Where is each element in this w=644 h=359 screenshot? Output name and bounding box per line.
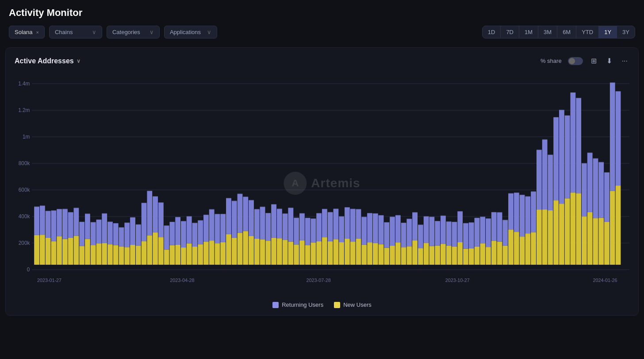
time-range-selector: 1D 7D 1M 3M 6M YTD 1Y 3Y: [482, 26, 635, 39]
chart-title-text: Active Addresses: [15, 57, 74, 65]
chains-dropdown[interactable]: Chains ∨: [49, 26, 102, 39]
chain-tag-label: Solana: [15, 29, 32, 35]
chart-area: 1.4m 1.2m 1m 800k 600k 400k 200k 0 2023-…: [15, 70, 629, 296]
svg-text:2023-01-27: 2023-01-27: [37, 278, 61, 283]
legend-returning-users: Returning Users: [272, 301, 323, 308]
new-users-color: [334, 302, 340, 308]
chart-title-chevron: ∨: [77, 58, 80, 64]
time-btn-1m[interactable]: 1M: [519, 26, 538, 38]
grid-view-icon[interactable]: ⊞: [589, 56, 598, 66]
categories-dropdown[interactable]: Categories ∨: [107, 26, 160, 39]
svg-text:2023-07-28: 2023-07-28: [307, 278, 331, 283]
remove-chain-tag[interactable]: ×: [36, 30, 38, 35]
time-btn-ytd[interactable]: YTD: [576, 26, 599, 38]
categories-label: Categories: [112, 29, 140, 35]
time-btn-3y[interactable]: 3Y: [617, 26, 635, 38]
chains-label: Chains: [55, 29, 73, 35]
time-btn-3m[interactable]: 3M: [538, 26, 557, 38]
returning-users-label: Returning Users: [282, 301, 323, 308]
download-icon[interactable]: ⬇: [605, 56, 614, 66]
svg-text:2023-10-27: 2023-10-27: [445, 278, 470, 283]
more-options-icon[interactable]: ···: [620, 56, 629, 66]
chart-title-button[interactable]: Active Addresses ∨: [15, 57, 80, 65]
svg-text:2023-04-28: 2023-04-28: [170, 278, 194, 283]
filter-bar: Solana × Chains ∨ Categories ∨ Applicati…: [9, 26, 635, 39]
chart-legend: Returning Users New Users: [15, 301, 629, 308]
pct-share-label: % share: [540, 58, 562, 64]
applications-label: Applications: [170, 29, 201, 35]
applications-dropdown[interactable]: Applications ∨: [164, 26, 217, 39]
time-btn-7d[interactable]: 7D: [501, 26, 519, 38]
chart-card: Active Addresses ∨ % share ⊞ ⬇ ··· 1.4m: [5, 47, 639, 316]
chart-header: Active Addresses ∨ % share ⊞ ⬇ ···: [15, 56, 629, 66]
svg-text:2024-01-26: 2024-01-26: [593, 278, 617, 283]
time-btn-1d[interactable]: 1D: [483, 26, 501, 38]
legend-new-users: New Users: [334, 301, 372, 308]
solana-chain-tag[interactable]: Solana ×: [9, 26, 45, 39]
time-btn-6m[interactable]: 6M: [557, 26, 576, 38]
page-title: Activity Monitor: [9, 7, 635, 19]
chains-chevron: ∨: [92, 29, 96, 35]
header: Activity Monitor Solana × Chains ∨ Categ…: [0, 0, 644, 44]
returning-users-color: [272, 302, 279, 308]
time-btn-1y[interactable]: 1Y: [599, 26, 617, 38]
new-users-label: New Users: [343, 301, 372, 308]
toggle-knob: [569, 58, 575, 64]
pct-share-toggle[interactable]: [568, 57, 583, 65]
applications-chevron: ∨: [207, 29, 211, 35]
categories-chevron: ∨: [150, 29, 154, 35]
chart-actions: % share ⊞ ⬇ ···: [540, 56, 629, 66]
